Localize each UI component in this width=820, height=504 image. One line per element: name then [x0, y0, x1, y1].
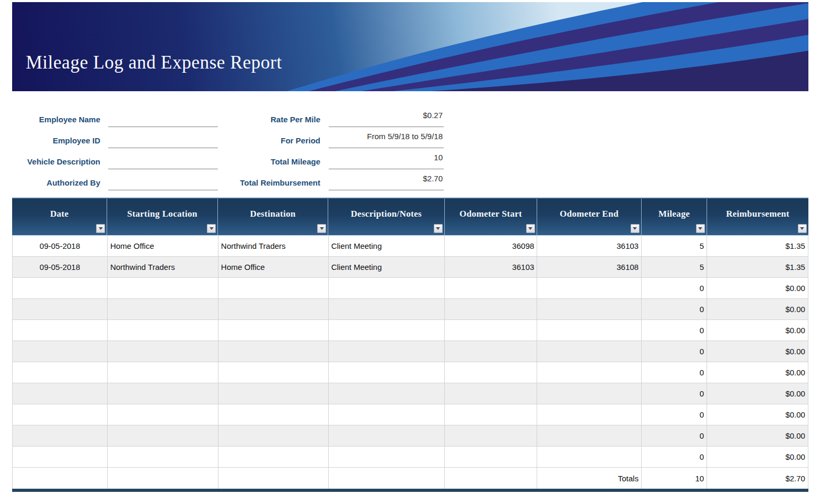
table-cell[interactable] — [329, 341, 445, 362]
total-reimbursement-field[interactable]: $2.70 — [329, 169, 444, 190]
table-cell[interactable]: $0.00 — [707, 404, 808, 425]
table-cell[interactable] — [218, 383, 329, 404]
table-cell[interactable]: $0.00 — [707, 299, 808, 319]
table-cell[interactable]: Home Office — [108, 236, 218, 256]
table-cell[interactable] — [13, 278, 108, 298]
table-cell[interactable] — [445, 383, 537, 404]
table-cell[interactable] — [445, 320, 537, 341]
authorized-by-field[interactable] — [108, 169, 218, 190]
table-cell[interactable] — [218, 362, 329, 383]
table-cell[interactable]: Northwind Traders — [218, 236, 329, 256]
table-cell[interactable]: Client Meeting — [329, 257, 445, 277]
table-cell[interactable]: 0 — [642, 383, 707, 404]
table-cell[interactable] — [218, 341, 329, 362]
column-header-reimbursement[interactable]: Reimbursement — [707, 199, 808, 235]
filter-button-date[interactable] — [96, 224, 105, 233]
table-cell[interactable]: 0 — [642, 278, 707, 298]
table-cell[interactable] — [108, 468, 218, 489]
table-cell[interactable] — [108, 447, 218, 467]
table-cell[interactable] — [108, 383, 218, 404]
table-cell[interactable] — [108, 278, 218, 298]
rate-per-mile-field[interactable]: $0.27 — [329, 106, 444, 127]
table-cell[interactable] — [445, 299, 537, 319]
table-cell[interactable] — [537, 320, 642, 341]
column-header-odometer-start[interactable]: Odometer Start — [445, 199, 537, 235]
table-cell[interactable] — [108, 362, 218, 383]
table-cell[interactable]: $0.00 — [707, 447, 808, 467]
table-cell[interactable]: 0 — [642, 447, 707, 467]
table-cell[interactable]: Home Office — [218, 257, 329, 277]
table-cell[interactable] — [329, 468, 445, 489]
table-cell[interactable] — [445, 362, 537, 383]
column-header-destination[interactable]: Destination — [218, 199, 328, 235]
table-cell[interactable]: 0 — [642, 362, 707, 383]
table-cell[interactable] — [218, 425, 329, 446]
table-cell[interactable] — [329, 447, 445, 467]
table-cell[interactable] — [445, 468, 537, 489]
table-cell[interactable] — [445, 447, 537, 467]
table-cell[interactable]: 0 — [642, 320, 707, 341]
column-header-starting-location[interactable]: Starting Location — [107, 199, 218, 235]
table-cell[interactable] — [13, 404, 108, 425]
column-header-odometer-end[interactable]: Odometer End — [537, 199, 642, 235]
table-cell[interactable] — [329, 299, 445, 319]
table-cell[interactable]: 36103 — [537, 236, 642, 256]
table-cell[interactable]: $2.70 — [707, 468, 808, 489]
table-cell[interactable] — [537, 447, 642, 467]
table-cell[interactable] — [13, 425, 108, 446]
vehicle-description-field[interactable] — [108, 148, 218, 169]
table-cell[interactable] — [329, 383, 445, 404]
column-header-mileage[interactable]: Mileage — [642, 199, 707, 235]
table-cell[interactable]: 36108 — [537, 257, 642, 277]
table-cell[interactable] — [13, 383, 108, 404]
table-cell[interactable]: $0.00 — [707, 383, 808, 404]
table-cell[interactable]: Client Meeting — [329, 236, 445, 256]
table-cell[interactable]: $0.00 — [707, 278, 808, 298]
table-cell[interactable]: 10 — [642, 468, 707, 489]
table-cell[interactable] — [218, 320, 329, 341]
table-cell[interactable] — [329, 425, 445, 446]
employee-name-field[interactable] — [108, 106, 218, 127]
table-cell[interactable] — [218, 468, 329, 489]
table-cell[interactable] — [329, 278, 445, 298]
filter-button-destination[interactable] — [317, 224, 326, 233]
table-cell[interactable] — [537, 299, 642, 319]
table-cell[interactable] — [13, 341, 108, 362]
table-cell[interactable] — [329, 404, 445, 425]
table-cell[interactable] — [108, 341, 218, 362]
table-cell[interactable]: 5 — [642, 236, 707, 256]
table-cell[interactable] — [108, 404, 218, 425]
employee-id-field[interactable] — [108, 127, 218, 148]
table-cell[interactable]: 09-05-2018 — [13, 236, 108, 256]
table-cell[interactable] — [329, 320, 445, 341]
table-cell[interactable] — [445, 341, 537, 362]
table-cell[interactable]: $0.00 — [707, 341, 808, 362]
table-cell[interactable] — [13, 362, 108, 383]
table-cell[interactable]: 0 — [642, 425, 707, 446]
table-cell[interactable] — [108, 320, 218, 341]
table-cell[interactable] — [329, 362, 445, 383]
filter-button-odometer-start[interactable] — [526, 224, 535, 233]
table-cell[interactable]: 0 — [642, 404, 707, 425]
table-cell[interactable]: 0 — [642, 341, 707, 362]
filter-button-mileage[interactable] — [696, 224, 705, 233]
table-cell[interactable] — [537, 404, 642, 425]
table-cell[interactable]: $1.35 — [707, 257, 808, 277]
table-cell[interactable]: 36103 — [445, 257, 537, 277]
table-cell[interactable] — [445, 404, 537, 425]
table-cell[interactable]: $1.35 — [707, 236, 808, 256]
filter-button-odometer-end[interactable] — [631, 224, 640, 233]
filter-button-starting-location[interactable] — [207, 224, 216, 233]
table-cell[interactable] — [218, 447, 329, 467]
table-cell[interactable]: $0.00 — [707, 320, 808, 341]
table-cell[interactable]: 5 — [642, 257, 707, 277]
table-cell[interactable] — [445, 278, 537, 298]
filter-button-reimbursement[interactable] — [798, 224, 807, 233]
table-cell[interactable]: 36098 — [445, 236, 537, 256]
table-cell[interactable] — [13, 468, 108, 489]
table-cell[interactable] — [218, 278, 329, 298]
table-cell[interactable] — [218, 299, 329, 319]
table-cell[interactable]: $0.00 — [707, 362, 808, 383]
table-cell[interactable] — [537, 341, 642, 362]
table-cell[interactable] — [218, 404, 329, 425]
